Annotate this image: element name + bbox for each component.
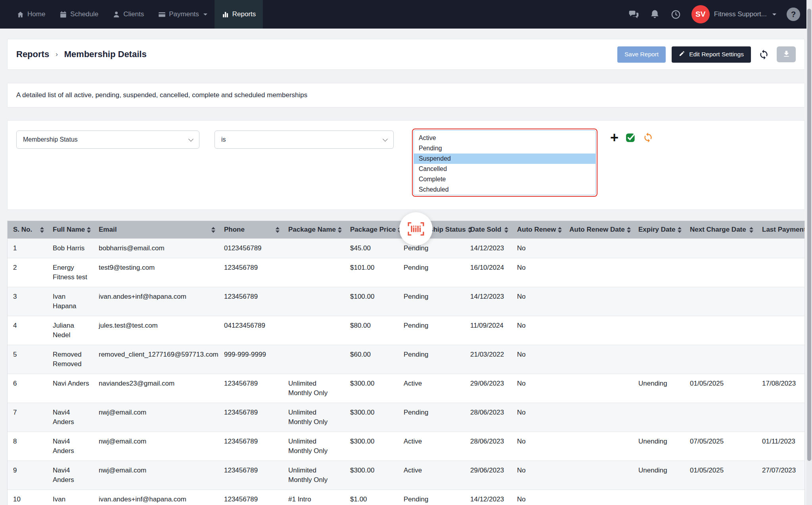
bell-icon[interactable] bbox=[649, 9, 660, 20]
table-cell: 01/05/2025 bbox=[684, 374, 756, 403]
sort-icon[interactable] bbox=[558, 227, 562, 233]
table-cell: Unlimited Monthly Only bbox=[283, 432, 345, 461]
table-cell: 6 bbox=[8, 374, 47, 403]
table-cell: $80.00 bbox=[345, 316, 398, 345]
column-header-s-no-[interactable]: S. No. bbox=[8, 221, 47, 239]
breadcrumb-reports[interactable]: Reports bbox=[16, 49, 49, 60]
table-cell: 11/09/2024 bbox=[465, 316, 511, 345]
chat-icon[interactable] bbox=[628, 9, 639, 20]
filter-operator-select[interactable]: is bbox=[214, 131, 394, 149]
table-cell: Pending bbox=[398, 316, 465, 345]
filter-field-select[interactable]: Membership Status bbox=[16, 131, 199, 149]
refresh-icon[interactable] bbox=[758, 49, 769, 60]
clock-icon[interactable] bbox=[670, 9, 681, 20]
nav-item-home[interactable]: Home bbox=[10, 0, 52, 29]
vertical-scrollbar[interactable] bbox=[806, 0, 812, 505]
listbox-option-pending[interactable]: Pending bbox=[414, 143, 596, 154]
sort-icon[interactable] bbox=[87, 227, 91, 233]
table-cell: $1.00 bbox=[345, 490, 398, 505]
nav-item-label: Payments bbox=[169, 10, 199, 18]
table-cell: No bbox=[511, 239, 564, 258]
sort-icon[interactable] bbox=[211, 227, 215, 233]
memberships-table: S. No.Full NameEmailPhonePackage NamePac… bbox=[7, 221, 805, 505]
account-menu[interactable]: SV Fitness Support... bbox=[691, 5, 776, 23]
column-header-package-price[interactable]: Package Price bbox=[345, 221, 398, 239]
table-cell bbox=[633, 287, 684, 316]
column-label: Next Charge Date bbox=[690, 226, 746, 234]
listbox-option-suspended[interactable]: Suspended bbox=[414, 154, 596, 164]
table-row: 9Navi4 Andersnwj@email.com123456789Unlim… bbox=[8, 461, 805, 490]
table-cell bbox=[633, 258, 684, 287]
add-filter-icon[interactable]: + bbox=[610, 132, 619, 143]
sort-icon[interactable] bbox=[40, 227, 44, 233]
column-header-full-name[interactable]: Full Name bbox=[47, 221, 93, 239]
sort-icon[interactable] bbox=[627, 227, 631, 233]
table-cell: $300.00 bbox=[345, 374, 398, 403]
table-row: 8Navi4 Andersnwj@email.com123456789Unlim… bbox=[8, 432, 805, 461]
breadcrumb: Reports › Membership Details bbox=[16, 49, 147, 60]
table-cell bbox=[564, 239, 633, 258]
table-cell: Unlimited Monthly Only bbox=[283, 461, 345, 490]
table-cell bbox=[283, 239, 345, 258]
column-header-auto-renew[interactable]: Auto Renew bbox=[511, 221, 564, 239]
reset-filter-icon[interactable] bbox=[643, 132, 653, 143]
table-cell: No bbox=[511, 374, 564, 403]
report-description-card: A detailed list of all active, pending, … bbox=[7, 83, 805, 108]
table-cell: Unending bbox=[633, 374, 684, 403]
sort-icon[interactable] bbox=[749, 227, 753, 233]
listbox-option-scheduled[interactable]: Scheduled bbox=[414, 184, 596, 195]
top-navbar: HomeScheduleClientsPaymentsReports SV Fi… bbox=[0, 0, 812, 29]
table-cell: test9@testing.com bbox=[93, 258, 218, 287]
sort-icon[interactable] bbox=[338, 227, 342, 233]
nav-item-clients[interactable]: Clients bbox=[105, 0, 151, 29]
nav-item-payments[interactable]: Payments bbox=[151, 0, 214, 29]
column-header-phone[interactable]: Phone bbox=[218, 221, 283, 239]
table-cell bbox=[633, 316, 684, 345]
column-header-package-name[interactable]: Package Name bbox=[283, 221, 345, 239]
column-header-last-payment[interactable]: Last Payment bbox=[756, 221, 805, 239]
table-cell bbox=[283, 345, 345, 374]
sort-icon[interactable] bbox=[276, 227, 280, 233]
scrollbar-thumb[interactable] bbox=[807, 9, 811, 461]
nav-item-label: Home bbox=[27, 10, 45, 18]
filter-operator-value: is bbox=[221, 136, 226, 143]
table-cell: Pending bbox=[398, 403, 465, 432]
table-cell: 07/05/2025 bbox=[684, 432, 756, 461]
nav-item-schedule[interactable]: Schedule bbox=[52, 0, 105, 29]
column-header-date-sold[interactable]: Date Sold bbox=[465, 221, 511, 239]
table-cell: $60.00 bbox=[345, 345, 398, 374]
table-cell: Ivan Hapana bbox=[47, 287, 93, 316]
column-header-next-charge-date[interactable]: Next Charge Date bbox=[684, 221, 756, 239]
help-icon[interactable]: ? bbox=[787, 8, 800, 21]
table-cell: ivan.andes+inf@hapana.com bbox=[93, 287, 218, 316]
table-cell: $300.00 bbox=[345, 432, 398, 461]
apply-filter-icon[interactable] bbox=[625, 132, 636, 143]
nav-item-label: Schedule bbox=[70, 10, 98, 18]
listbox-options: ActivePendingSuspendedCancelledCompleteS… bbox=[414, 130, 596, 195]
listbox-option-active[interactable]: Active bbox=[414, 133, 596, 143]
edit-report-settings-button[interactable]: Edit Report Settings bbox=[672, 46, 751, 63]
column-label: Expiry Date bbox=[638, 226, 676, 234]
table-cell: 21/03/2022 bbox=[465, 345, 511, 374]
table-cell bbox=[564, 461, 633, 490]
download-button[interactable] bbox=[777, 46, 796, 62]
save-report-button[interactable]: Save Report bbox=[617, 46, 666, 63]
edit-report-settings-label: Edit Report Settings bbox=[689, 51, 744, 58]
table-row: 7Navi4 Andersnwj@email.com123456789Unlim… bbox=[8, 403, 805, 432]
listbox-option-cancelled[interactable]: Cancelled bbox=[414, 164, 596, 174]
column-header-email[interactable]: Email bbox=[93, 221, 218, 239]
sort-icon[interactable] bbox=[678, 227, 682, 233]
filter-panel: Membership Status is ActivePendingSuspen… bbox=[7, 120, 805, 210]
column-header-expiry-date[interactable]: Expiry Date bbox=[633, 221, 684, 239]
listbox-option-complete[interactable]: Complete bbox=[414, 174, 596, 184]
pencil-icon bbox=[679, 50, 685, 58]
table-cell: 28/06/2023 bbox=[465, 403, 511, 432]
table-cell: Removed Removed bbox=[47, 345, 93, 374]
table-cell: No bbox=[511, 490, 564, 505]
nav-item-reports[interactable]: Reports bbox=[214, 0, 263, 29]
table-cell: Navi4 Anders bbox=[47, 432, 93, 461]
column-label: Last Payment bbox=[762, 226, 805, 234]
sort-icon[interactable] bbox=[504, 227, 508, 233]
column-header-auto-renew-date[interactable]: Auto Renew Date bbox=[564, 221, 633, 239]
table-cell: 4 bbox=[8, 316, 47, 345]
